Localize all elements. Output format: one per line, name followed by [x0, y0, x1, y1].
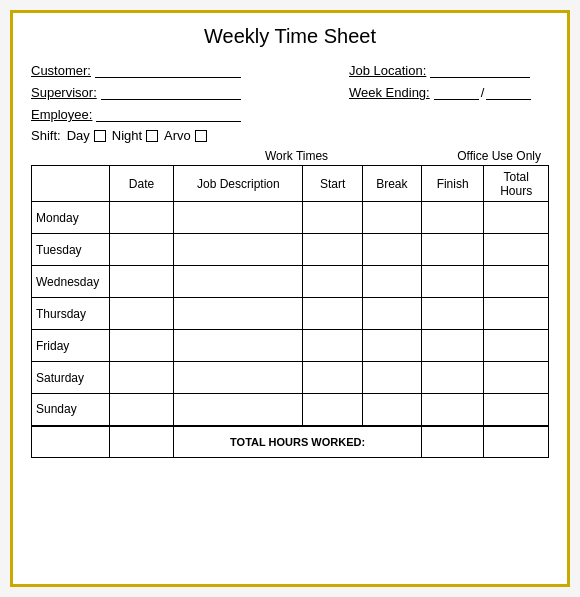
total-thursday[interactable] [484, 298, 549, 330]
shift-night-label: Night [112, 128, 142, 143]
page-wrapper: Weekly Time Sheet Customer: Supervisor: … [10, 10, 570, 587]
break-monday[interactable] [362, 202, 421, 234]
day-wednesday: Wednesday [32, 266, 110, 298]
break-tuesday[interactable] [362, 234, 421, 266]
supervisor-row: Supervisor: [31, 84, 241, 100]
date-saturday[interactable] [109, 362, 174, 394]
header-break: Break [362, 166, 421, 202]
total-friday[interactable] [484, 330, 549, 362]
work-times-label: Work Times [265, 149, 328, 163]
date-monday[interactable] [109, 202, 174, 234]
finish-saturday[interactable] [421, 362, 483, 394]
finish-wednesday[interactable] [421, 266, 483, 298]
date-sunday[interactable] [109, 394, 174, 426]
job-tuesday[interactable] [174, 234, 303, 266]
row-tuesday: Tuesday [32, 234, 549, 266]
row-sunday: Sunday [32, 394, 549, 426]
total-value[interactable] [484, 426, 549, 458]
office-use-label: Office Use Only [457, 149, 541, 163]
date-thursday[interactable] [109, 298, 174, 330]
week-ending-year[interactable] [486, 84, 531, 100]
start-saturday[interactable] [303, 362, 362, 394]
customer-input[interactable] [95, 62, 241, 78]
date-friday[interactable] [109, 330, 174, 362]
week-ending-month[interactable] [434, 84, 479, 100]
start-wednesday[interactable] [303, 266, 362, 298]
job-sunday[interactable] [174, 394, 303, 426]
shift-day-checkbox[interactable] [94, 130, 106, 142]
row-friday: Friday [32, 330, 549, 362]
total-saturday[interactable] [484, 362, 549, 394]
form-left: Customer: Supervisor: Employee: [31, 62, 241, 122]
shift-day-label: Day [67, 128, 90, 143]
week-ending-row: Week Ending: / [349, 84, 549, 100]
job-saturday[interactable] [174, 362, 303, 394]
date-tuesday[interactable] [109, 234, 174, 266]
start-sunday[interactable] [303, 394, 362, 426]
shift-night-checkbox[interactable] [146, 130, 158, 142]
employee-input[interactable] [96, 106, 240, 122]
break-friday[interactable] [362, 330, 421, 362]
start-tuesday[interactable] [303, 234, 362, 266]
shift-label: Shift: [31, 128, 61, 143]
day-sunday: Sunday [32, 394, 110, 426]
customer-label: Customer: [31, 63, 91, 78]
header-total: TotalHours [484, 166, 549, 202]
header-finish: Finish [421, 166, 483, 202]
row-total: TOTAL HOURS WORKED: [32, 426, 549, 458]
shift-arvo-option: Arvo [164, 128, 207, 143]
week-separator: / [481, 85, 485, 100]
total-wednesday[interactable] [484, 266, 549, 298]
row-monday: Monday [32, 202, 549, 234]
total-hours-label: TOTAL HOURS WORKED: [174, 426, 422, 458]
start-monday[interactable] [303, 202, 362, 234]
start-thursday[interactable] [303, 298, 362, 330]
header-day [32, 166, 110, 202]
job-location-label: Job Location: [349, 63, 426, 78]
supervisor-label: Supervisor: [31, 85, 97, 100]
shift-day-option: Day [67, 128, 106, 143]
total-date-empty [109, 426, 174, 458]
timesheet-table: Date Job Description Start Break Finish … [31, 165, 549, 458]
total-monday[interactable] [484, 202, 549, 234]
supervisor-input[interactable] [101, 84, 241, 100]
page-title: Weekly Time Sheet [31, 25, 549, 48]
day-friday: Friday [32, 330, 110, 362]
total-day-empty [32, 426, 110, 458]
shift-arvo-checkbox[interactable] [195, 130, 207, 142]
day-saturday: Saturday [32, 362, 110, 394]
start-friday[interactable] [303, 330, 362, 362]
table-labels: Work Times Office Use Only [31, 149, 549, 163]
header-date: Date [109, 166, 174, 202]
day-tuesday: Tuesday [32, 234, 110, 266]
break-wednesday[interactable] [362, 266, 421, 298]
week-ending-fields: / [434, 84, 532, 100]
job-location-input[interactable] [430, 62, 530, 78]
date-wednesday[interactable] [109, 266, 174, 298]
finish-monday[interactable] [421, 202, 483, 234]
finish-sunday[interactable] [421, 394, 483, 426]
break-saturday[interactable] [362, 362, 421, 394]
finish-tuesday[interactable] [421, 234, 483, 266]
job-thursday[interactable] [174, 298, 303, 330]
week-ending-label: Week Ending: [349, 85, 430, 100]
form-section: Customer: Supervisor: Employee: Job Loca… [31, 62, 549, 122]
total-sunday[interactable] [484, 394, 549, 426]
employee-label: Employee: [31, 107, 92, 122]
finish-thursday[interactable] [421, 298, 483, 330]
form-right: Job Location: Week Ending: / [349, 62, 549, 122]
total-finish-empty [421, 426, 483, 458]
shift-night-option: Night [112, 128, 158, 143]
break-sunday[interactable] [362, 394, 421, 426]
row-thursday: Thursday [32, 298, 549, 330]
finish-friday[interactable] [421, 330, 483, 362]
total-tuesday[interactable] [484, 234, 549, 266]
job-location-row: Job Location: [349, 62, 549, 78]
day-monday: Monday [32, 202, 110, 234]
job-friday[interactable] [174, 330, 303, 362]
job-wednesday[interactable] [174, 266, 303, 298]
break-thursday[interactable] [362, 298, 421, 330]
job-monday[interactable] [174, 202, 303, 234]
row-wednesday: Wednesday [32, 266, 549, 298]
employee-row: Employee: [31, 106, 241, 122]
